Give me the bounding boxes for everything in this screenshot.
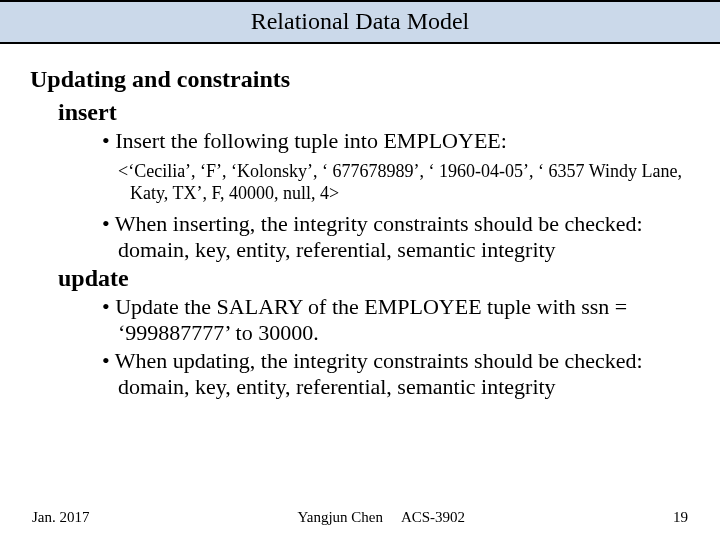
bullet-insert-2: When inserting, the integrity constraint… [102,211,690,263]
bullet-update-2: When updating, the integrity constraints… [102,348,690,400]
heading-main: Updating and constraints [30,66,690,93]
bullet-update-1: Update the SALARY of the EMPLOYEE tuple … [102,294,690,346]
subheading-update: update [58,265,690,292]
subheading-insert: insert [58,99,690,126]
tuple-text: <‘Cecilia’, ‘F’, ‘Kolonsky’, ‘ 677678989… [102,160,690,205]
slide-body: Updating and constraints insert Insert t… [0,44,720,400]
bullet-insert-1: Insert the following tuple into EMPLOYEE… [102,128,690,154]
footer-date: Jan. 2017 [32,509,90,526]
footer: Jan. 2017 Yangjun Chen ACS-3902 19 [0,509,720,526]
footer-page: 19 [673,509,688,526]
title-band: Relational Data Model [0,0,720,44]
slide-title: Relational Data Model [251,8,470,34]
slide: Relational Data Model Updating and const… [0,0,720,540]
footer-center: Yangjun Chen ACS-3902 [90,509,674,526]
